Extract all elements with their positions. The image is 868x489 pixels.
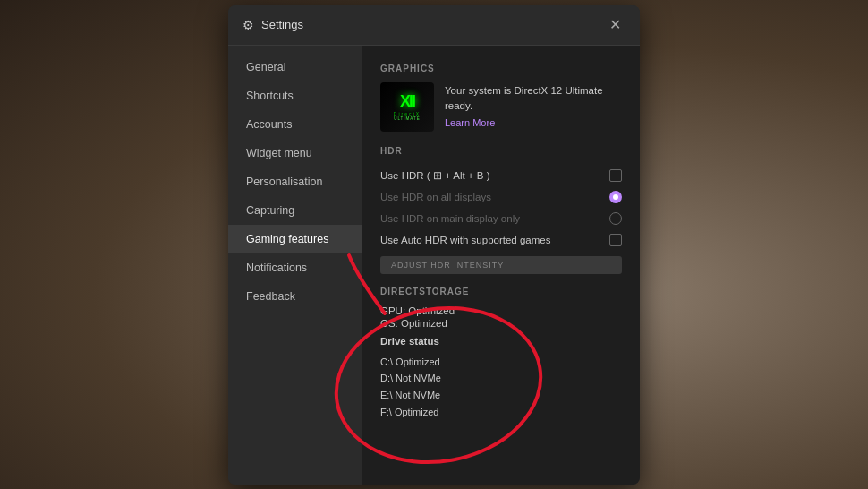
drive-c: C:\ Optimized — [380, 354, 622, 371]
hdr-label-3: Use Auto HDR with supported games — [380, 235, 550, 245]
main-content: GRAPHICS XII DirectX ULTIMATE Your syste… — [362, 46, 640, 485]
content-area: General Shortcuts Accounts Widget menu P… — [228, 46, 640, 485]
sidebar-item-general[interactable]: General — [228, 53, 362, 82]
directx-message: Your system is DirectX 12 Ultimate ready… — [445, 83, 622, 115]
sidebar-item-shortcuts[interactable]: Shortcuts — [228, 82, 362, 110]
drive-f: F:\ Optimized — [380, 404, 622, 421]
os-status: OS: Optimized — [380, 318, 622, 329]
sidebar: General Shortcuts Accounts Widget menu P… — [228, 46, 362, 485]
drive-e: E:\ Not NVMe — [380, 387, 622, 404]
sidebar-item-capturing[interactable]: Capturing — [228, 196, 362, 225]
directx-ultimate-text: ULTIMATE — [394, 116, 421, 121]
gear-icon: ⚙ — [243, 18, 254, 32]
sidebar-item-feedback[interactable]: Feedback — [228, 282, 362, 311]
directx-info: Your system is DirectX 12 Ultimate ready… — [445, 83, 622, 131]
drive-status-title: Drive status — [380, 336, 622, 347]
directx-logo-text: XII — [400, 93, 414, 109]
graphics-section-title: GRAPHICS — [380, 64, 622, 73]
hdr-label-0: Use HDR ( ⊞ + Alt + B ) — [380, 169, 489, 182]
gpu-status: GPU: Optimized — [380, 305, 622, 316]
adjust-hdr-button[interactable]: ADJUST HDR INTENSITY — [380, 256, 622, 274]
drive-d: D:\ Not NVMe — [380, 370, 622, 387]
hdr-label-2: Use HDR on main display only — [380, 213, 520, 224]
sidebar-item-widget-menu[interactable]: Widget menu — [228, 139, 362, 167]
hdr-checkbox-auto[interactable] — [609, 234, 622, 246]
hdr-radio-main-display[interactable] — [609, 212, 622, 225]
hdr-row-2: Use HDR on main display only — [380, 208, 622, 229]
close-button[interactable]: ✕ — [604, 14, 625, 36]
directx-logo: XII DirectX ULTIMATE — [380, 82, 434, 132]
directstorage-section: DIRECTSTORAGE GPU: Optimized OS: Optimiz… — [380, 287, 622, 421]
sidebar-item-gaming-features[interactable]: Gaming features — [228, 225, 362, 253]
hdr-checkbox-0[interactable] — [609, 169, 622, 182]
directstorage-section-title: DIRECTSTORAGE — [380, 287, 622, 296]
hdr-row-1: Use HDR on all displays — [380, 186, 622, 208]
hdr-row-3: Use Auto HDR with supported games — [380, 229, 622, 251]
hdr-row-0: Use HDR ( ⊞ + Alt + B ) — [380, 165, 622, 186]
title-bar: ⚙ Settings ✕ — [228, 5, 640, 46]
hdr-section-title: HDR — [380, 146, 622, 156]
directx-card: XII DirectX ULTIMATE Your system is Dire… — [380, 82, 622, 132]
drive-list: C:\ Optimized D:\ Not NVMe E:\ Not NVMe … — [380, 354, 622, 421]
window-title: Settings — [261, 18, 303, 31]
learn-more-link[interactable]: Learn More — [445, 117, 495, 128]
hdr-section: HDR Use HDR ( ⊞ + Alt + B ) Use HDR on a… — [380, 146, 622, 274]
sidebar-item-accounts[interactable]: Accounts — [228, 110, 362, 139]
title-bar-left: ⚙ Settings — [243, 18, 303, 32]
sidebar-item-notifications[interactable]: Notifications — [228, 253, 362, 282]
sidebar-item-personalisation[interactable]: Personalisation — [228, 167, 362, 196]
settings-window: ⚙ Settings ✕ General Shortcuts Accounts … — [228, 5, 640, 485]
hdr-label-1: Use HDR on all displays — [380, 192, 491, 202]
hdr-radio-all-displays[interactable] — [609, 191, 622, 203]
